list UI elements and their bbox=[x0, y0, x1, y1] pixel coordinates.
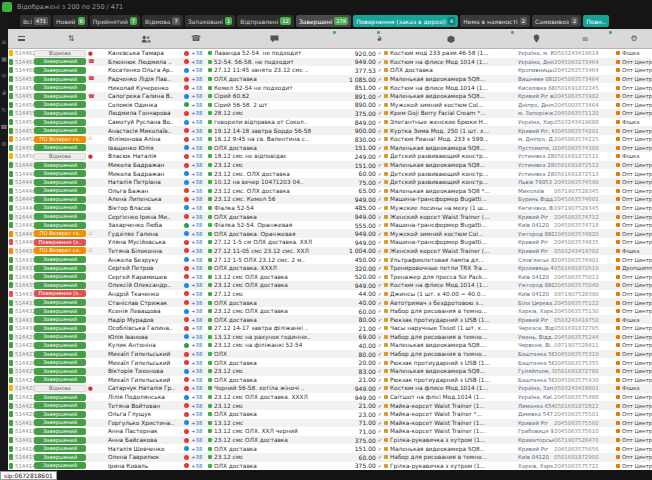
status-badge[interactable]: Завершений bbox=[34, 144, 86, 151]
status-badge[interactable]: Завершений bbox=[34, 376, 86, 383]
status-badge[interactable]: Завершений bbox=[34, 204, 86, 211]
product-cell[interactable]: Набор для рисования в темно... bbox=[384, 307, 518, 316]
status-badge[interactable]: ПО Возврат ск. bbox=[34, 230, 86, 237]
customer-name[interactable]: Николай Кучеренко bbox=[108, 83, 184, 92]
status-tab[interactable]: Новий 6 bbox=[53, 15, 88, 27]
customer-name[interactable]: Алена Липенська bbox=[108, 195, 184, 204]
customer-name[interactable]: Уляна Мусійовська bbox=[108, 238, 184, 247]
customer-name[interactable]: Тетяна Білоконна bbox=[108, 247, 184, 256]
customer-name[interactable]: Філімонова Аліна bbox=[108, 135, 184, 144]
product-cell[interactable]: Костюм на флисе Мод.1014 (1... bbox=[384, 384, 518, 393]
table-row[interactable]: 514436 Завершений Сергей Карамишев +38 1… bbox=[8, 272, 652, 281]
customer-name[interactable]: Іващенко Юлія bbox=[108, 144, 184, 153]
status-badge[interactable]: Повернення (з.. bbox=[34, 239, 86, 246]
product-cell[interactable]: Ультрафиолетовая лампа дл... bbox=[384, 255, 518, 264]
customer-name[interactable]: Олена Гаврилюк bbox=[108, 453, 184, 462]
product-cell[interactable]: Женский корсет Waist Trainer (... bbox=[384, 247, 518, 256]
status-badge[interactable]: Завершений bbox=[34, 437, 86, 444]
table-row[interactable]: 514422 Завершений Лілія Подолянська +38 … bbox=[8, 393, 652, 402]
product-cell[interactable]: Машина-трансформер Bugatti... bbox=[384, 221, 518, 230]
customer-name[interactable]: Тетяна Войтован bbox=[108, 401, 184, 410]
customer-name[interactable]: Радченко Лідія Пав.. bbox=[108, 75, 184, 84]
status-badge[interactable]: Завершений bbox=[34, 273, 86, 280]
table-row[interactable]: 514424 Завершений Михаїл Гилельський +38… bbox=[8, 376, 652, 385]
product-cell[interactable]: Набор для рисования в темно... bbox=[384, 453, 518, 462]
status-badge[interactable]: Завершений bbox=[34, 394, 86, 401]
sip-caller-id[interactable]: sip:0672818601 bbox=[0, 471, 57, 480]
product-cell[interactable]: Детский развивающий констр... bbox=[384, 169, 518, 178]
customer-name[interactable]: Наталія Петрівна bbox=[108, 178, 184, 187]
table-row[interactable]: 514415 Завершений Олена Гаврилюк +38 23.… bbox=[8, 453, 652, 462]
product-cell[interactable]: Часы наручные Tissot (1 шт. х... bbox=[384, 324, 518, 333]
product-cell[interactable]: Мужской зимний костюм Col... bbox=[384, 101, 518, 110]
product-cell[interactable]: Маленькая видеокамера SQ8... bbox=[384, 144, 518, 153]
status-tab[interactable]: Самовивоз 2 bbox=[532, 15, 581, 27]
table-row[interactable]: 514417 Завершений Анна Байсакова +38 23.… bbox=[8, 436, 652, 445]
status-badge[interactable]: Завершений bbox=[34, 196, 86, 203]
customer-name[interactable]: Вікторія Тихонова bbox=[108, 367, 184, 376]
status-badge[interactable]: Завершений bbox=[34, 84, 86, 91]
product-cell[interactable]: Куртка Зима Мод. 250 (1 шт. х... bbox=[384, 126, 518, 135]
table-row[interactable]: 514444 Завершений Віктор Власов +38 Фіал… bbox=[8, 204, 652, 213]
status-badge[interactable]: Завершений bbox=[34, 67, 86, 74]
status-badge[interactable]: Завершений bbox=[34, 368, 86, 375]
customer-name[interactable]: Косатенко Ольга Ар.. bbox=[108, 66, 184, 75]
customer-name[interactable]: Сергієнко Ірина Ми.. bbox=[108, 212, 184, 221]
customer-name[interactable]: Самотуй Руслана Во.. bbox=[108, 118, 184, 127]
customer-name[interactable]: Канєвська Тамара bbox=[108, 49, 184, 58]
table-row[interactable]: 514460 Завершений Косатенко Ольга Ар.. +… bbox=[8, 66, 652, 75]
status-badge[interactable]: Завершений bbox=[34, 213, 86, 220]
status-badge[interactable]: Завершений bbox=[34, 445, 86, 452]
table-row[interactable]: 514451 Завершений Іващенко Юлія +38 ОЛХ … bbox=[8, 144, 652, 153]
table-row[interactable]: 514416 Завершений Наталія Шевченко +38 О… bbox=[8, 444, 652, 453]
product-cell[interactable]: Автотримач з бездротовою з... bbox=[384, 298, 518, 307]
customer-name[interactable]: Салогрека Галина В.. bbox=[108, 92, 184, 101]
col-header-product[interactable] bbox=[384, 29, 518, 48]
table-row[interactable]: 514443 Завершений Сергієнко Ірина Ми.. +… bbox=[8, 212, 652, 221]
table-row[interactable]: 514433 Завершений Станіслав Стрижак +38 … bbox=[8, 298, 652, 307]
customer-name[interactable]: Андрій Ткаченко bbox=[108, 290, 184, 299]
col-header-customer[interactable] bbox=[108, 29, 184, 48]
product-cell[interactable]: Детский развивающий констр... bbox=[384, 152, 518, 161]
table-row[interactable]: 514438 Завершений Анжела Безруку +38 27.… bbox=[8, 255, 652, 264]
customer-name[interactable]: Власюк Наталія bbox=[108, 152, 184, 161]
product-cell[interactable]: Костюм на флисе Мод 1014 (1... bbox=[384, 58, 518, 67]
status-badge[interactable]: ПО Возврат ск. bbox=[34, 136, 86, 143]
status-badge[interactable]: Завершений bbox=[34, 127, 86, 134]
product-cell[interactable]: Світшот на флісі Мод.1014 (1... bbox=[384, 393, 518, 402]
table-row[interactable]: 514439 ПО Возврат ск. Тетяна Білоконна +… bbox=[8, 247, 652, 256]
status-badge[interactable]: Завершений bbox=[34, 170, 86, 177]
product-cell[interactable]: Маленькая видеокамера SQ8... bbox=[384, 367, 518, 376]
col-header-phone[interactable]: ☎ bbox=[184, 29, 208, 48]
col-header-tracking[interactable]: ☎ bbox=[554, 29, 616, 48]
status-badge[interactable]: Завершений bbox=[34, 222, 86, 229]
col-header-price[interactable]: ₴ bbox=[340, 29, 384, 48]
table-row[interactable]: 514423 Відмова Сатарчук Наталія Гр.. +38… bbox=[8, 384, 652, 393]
customer-name[interactable]: Сергей Карамишев bbox=[108, 272, 184, 281]
table-row[interactable]: 514434 Повернення (з.. Андрій Ткаченко +… bbox=[8, 290, 652, 299]
table-row[interactable]: 514414 Завершений Ірина Коваль +38 ОЛХ д… bbox=[8, 462, 652, 471]
status-badge[interactable]: Відмова bbox=[34, 385, 86, 392]
customer-name[interactable]: Олексій Олександр.. bbox=[108, 281, 184, 290]
app-logo[interactable] bbox=[2, 2, 12, 12]
table-row[interactable]: 514427 Завершений Михаїл Гилельський +38… bbox=[8, 350, 652, 359]
status-badge[interactable]: Завершений bbox=[34, 76, 86, 83]
table-row[interactable]: 514425 Завершений Вікторія Тихонова +38 … bbox=[8, 367, 652, 376]
product-cell[interactable]: Машина-трансформер Bugatti... bbox=[384, 238, 518, 247]
table-row[interactable]: 514442 Завершений Захарченко Люба +38 Фі… bbox=[8, 221, 652, 230]
status-badge[interactable]: Завершений bbox=[34, 342, 86, 349]
status-badge[interactable]: Завершений bbox=[34, 359, 86, 366]
product-cell[interactable]: Грілка-рукавичка з хутром (1... bbox=[384, 462, 518, 471]
table-row[interactable]: 514453 Завершений Анастасія Миколаїв.. +… bbox=[8, 126, 652, 135]
customer-name[interactable]: Ольга Глущук bbox=[108, 410, 184, 419]
status-badge[interactable]: Завершений bbox=[34, 282, 86, 289]
status-badge[interactable]: Завершений bbox=[34, 58, 86, 65]
status-badge[interactable]: Завершений bbox=[34, 299, 86, 306]
orders-icon[interactable]: ▦ bbox=[1, 56, 7, 62]
status-badge[interactable]: Завершений bbox=[34, 308, 86, 315]
table-row[interactable]: 514440 Повернення (з.. Уляна Мусійовська… bbox=[8, 238, 652, 247]
product-cell[interactable]: Мужские лосины на меху (1 ш... bbox=[384, 204, 518, 213]
table-row[interactable]: 514430 Завершений Особлівська Галина.. +… bbox=[8, 324, 652, 333]
table-row[interactable]: 514448 Завершений Микола Бадражан +38 23… bbox=[8, 169, 652, 178]
table-row[interactable]: 514445 Завершений Алена Липенська +38 23… bbox=[8, 195, 652, 204]
